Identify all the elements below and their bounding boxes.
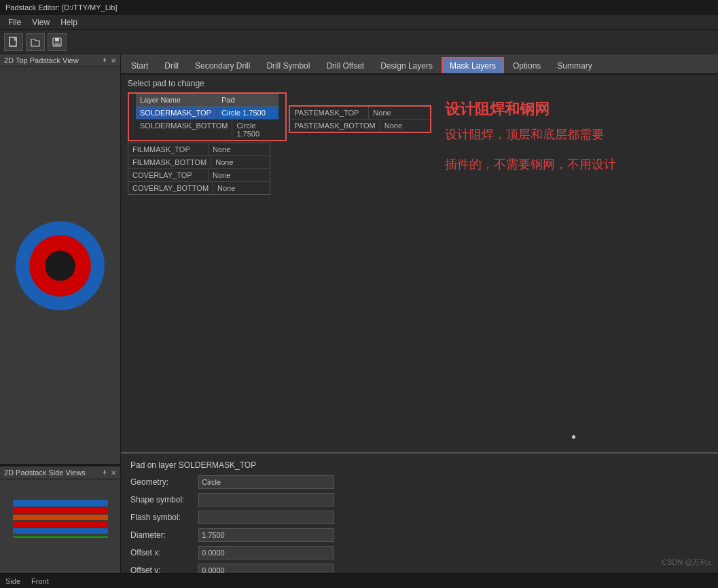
detail-title: Pad on layer SOLDERMASK_TOP [130, 460, 708, 470]
tab-drill-offset[interactable]: Drill Offset [319, 57, 372, 73]
pad-filmmask-bottom: None [211, 156, 270, 168]
col-header-layer: Layer Name [136, 94, 217, 106]
layer-soldermask-top: SOLDERMASK_TOP [136, 107, 217, 119]
svg-point-6 [45, 251, 75, 280]
cursor-indicator [572, 435, 575, 439]
open-button[interactable] [26, 33, 45, 51]
layer-coverlay-top: COVERLAY_TOP [128, 169, 209, 181]
status-front: Front [31, 577, 49, 585]
tab-bar: Start Drill Secondary Drill Drill Symbol… [121, 54, 718, 75]
shape-symbol-value[interactable] [198, 493, 334, 507]
tab-drill-symbol[interactable]: Drill Symbol [259, 57, 317, 73]
shape-symbol-label: Shape symbol: [130, 495, 198, 504]
soldermask-group: Layer Name Pad SOLDERMASK_TOP Circle 1.7… [128, 92, 287, 141]
layer-filmmask-top: FILMMASK_TOP [128, 143, 209, 155]
svg-rect-9 [13, 515, 108, 520]
top-view-pin-icon[interactable]: 🖈 [101, 57, 108, 65]
top-view-close-icon[interactable]: ✕ [111, 57, 116, 65]
menu-help[interactable]: Help [55, 16, 83, 29]
pad-pastemask-top: None [369, 107, 430, 119]
side-view-header: 2D Padstack Side Views 🖈 ✕ [0, 466, 120, 479]
table-annotation-area: Layer Name Pad SOLDERMASK_TOP Circle 1.7… [121, 92, 718, 452]
layer-coverlay-bottom: COVERLAY_BOTTOM [128, 182, 213, 194]
top-view-canvas [0, 67, 120, 464]
col-header-pad: Pad [217, 94, 279, 106]
watermark: CSDN @万利z [662, 557, 711, 568]
top-view-svg [11, 217, 109, 315]
select-pad-label: Select pad to change [121, 75, 718, 92]
top-view-title: 2D Top Padstack View [4, 56, 79, 65]
menu-file[interactable]: File [3, 16, 26, 29]
detail-offset-x-row: Offset x: 0.0000 [130, 546, 708, 559]
pad-filmmask-top: None [209, 143, 270, 155]
side-view-pin-icon[interactable]: 🖈 [101, 469, 108, 477]
tab-summary[interactable]: Summary [550, 57, 599, 73]
detail-panel: Pad on layer SOLDERMASK_TOP Geometry: Ci… [121, 452, 718, 588]
table-row-soldermask-top[interactable]: SOLDERMASK_TOP Circle 1.7500 [136, 107, 279, 120]
table-row-coverlay-bottom[interactable]: COVERLAY_BOTTOM None [128, 182, 270, 194]
table-row-filmmask-bottom[interactable]: FILMMASK_BOTTOM None [128, 156, 270, 169]
offset-x-value[interactable]: 0.0000 [198, 546, 334, 559]
table-row-coverlay-top[interactable]: COVERLAY_TOP None [128, 169, 270, 182]
layer-pastemask-top: PASTEMASK_TOP [290, 107, 369, 119]
tab-mask-layers[interactable]: Mask Layers [442, 57, 504, 73]
geometry-label: Geometry: [130, 477, 198, 487]
table-row-soldermask-bottom[interactable]: SOLDERMASK_BOTTOM Circle 1.7500 [136, 120, 279, 140]
table-row-pastemask-top[interactable]: PASTEMASK_TOP None [290, 107, 430, 120]
diameter-value[interactable]: 1.7500 [198, 528, 334, 542]
svg-rect-10 [13, 521, 108, 527]
menubar: File View Help [0, 15, 718, 30]
table-header: Layer Name Pad [136, 94, 279, 107]
geometry-value: Circle [198, 475, 334, 489]
annotations-area: 设计阻焊和钢网 设计阻焊，顶层和底层都需要 插件的，不需要钢网，不用设计 [445, 92, 616, 452]
table-row-filmmask-top[interactable]: FILMMASK_TOP None [128, 143, 270, 156]
right-panel: Start Drill Secondary Drill Drill Symbol… [121, 54, 718, 588]
layer-filmmask-bottom: FILMMASK_BOTTOM [128, 156, 211, 168]
detail-diameter-row: Diameter: 1.7500 [130, 528, 708, 542]
status-side: Side [5, 577, 20, 585]
pad-soldermask-bottom: Circle 1.7500 [232, 120, 279, 140]
side-view-svg [6, 493, 115, 574]
top-view-header: 2D Top Padstack View 🖈 ✕ [0, 54, 120, 67]
tab-options[interactable]: Options [505, 57, 548, 73]
new-button[interactable] [4, 33, 23, 51]
tab-drill[interactable]: Drill [157, 57, 186, 73]
titlebar: Padstack Editor: [D:/TTY/MY_Lib] [0, 0, 718, 15]
left-panel: 2D Top Padstack View 🖈 ✕ 2D Padstack Sid… [0, 54, 121, 588]
flash-symbol-value[interactable] [198, 511, 334, 524]
svg-rect-11 [13, 528, 108, 534]
toolbar [0, 30, 718, 54]
content-area: Select pad to change Layer Name Pad S [121, 75, 718, 588]
svg-rect-7 [13, 500, 108, 507]
annotation-title: 设计阻焊和钢网 [445, 99, 616, 120]
svg-rect-2 [55, 38, 59, 41]
pad-pastemask-bottom: None [380, 120, 431, 132]
menu-view[interactable]: View [26, 16, 55, 29]
layer-pastemask-bottom: PASTEMASK_BOTTOM [290, 120, 380, 132]
side-view-canvas [0, 479, 120, 588]
flash-symbol-label: Flash symbol: [130, 513, 198, 522]
titlebar-text: Padstack Editor: [D:/TTY/MY_Lib] [5, 3, 117, 12]
pad-coverlay-top: None [209, 169, 270, 181]
svg-rect-8 [13, 508, 108, 513]
pad-soldermask-top: Circle 1.7500 [217, 107, 279, 119]
side-view-title: 2D Padstack Side Views [4, 468, 86, 477]
tab-start[interactable]: Start [124, 57, 156, 73]
tab-design-layers[interactable]: Design Layers [373, 57, 440, 73]
layers-table-container: Layer Name Pad SOLDERMASK_TOP Circle 1.7… [128, 92, 431, 452]
main-layout: 2D Top Padstack View 🖈 ✕ 2D Padstack Sid… [0, 54, 718, 588]
layer-soldermask-bottom: SOLDERMASK_BOTTOM [136, 120, 232, 140]
diameter-label: Diameter: [130, 530, 198, 540]
save-button[interactable] [48, 33, 67, 51]
layers-table: Layer Name Pad SOLDERMASK_TOP Circle 1.7… [136, 94, 279, 140]
side-view-close-icon[interactable]: ✕ [111, 469, 116, 477]
pastemask-group: PASTEMASK_TOP None PASTEMASK_BOTTOM None [289, 105, 431, 133]
detail-geometry-row: Geometry: Circle [130, 475, 708, 489]
table-row-pastemask-bottom[interactable]: PASTEMASK_BOTTOM None [290, 120, 430, 132]
remaining-rows: FILMMASK_TOP None FILMMASK_BOTTOM None C… [128, 143, 270, 195]
svg-rect-3 [54, 43, 60, 46]
status-bar: Side Front [0, 573, 718, 588]
tab-secondary-drill[interactable]: Secondary Drill [187, 57, 257, 73]
detail-flash-symbol-row: Flash symbol: [130, 511, 708, 524]
offset-x-label: Offset x: [130, 548, 198, 557]
